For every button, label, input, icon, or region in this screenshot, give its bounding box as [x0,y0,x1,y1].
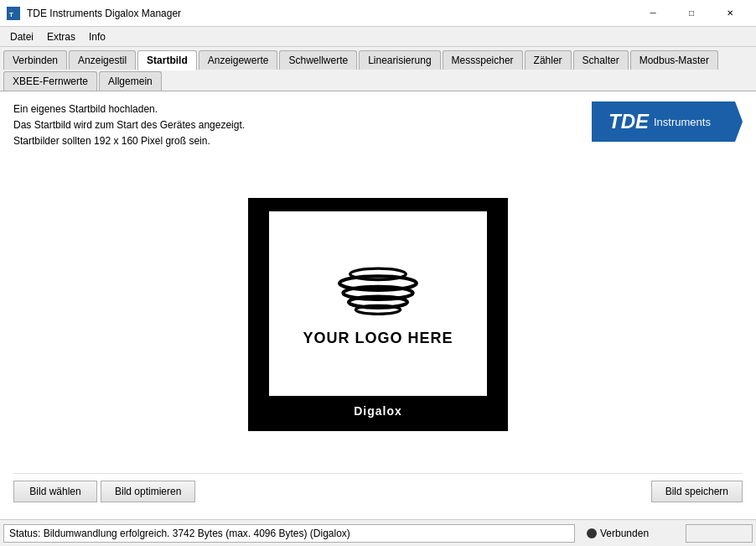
save-image-button[interactable]: Bild speichern [651,481,743,502]
status-text: Status: Bildumwandlung erfolgreich. 3742… [3,524,575,543]
app-icon: T [7,7,20,20]
tabbar: Verbinden Anzeigestil Startbild Anzeigew… [0,47,756,91]
button-row: Bild wählen Bild optimieren Bild speiche… [13,473,743,509]
svg-point-6 [350,268,406,279]
image-area: YOUR LOGO HERE Digalox [13,157,743,473]
statusbar: Status: Bildumwandlung erfolgreich. 3742… [0,519,756,546]
menubar: Datei Extras Info [0,27,756,47]
status-connected-area: Verbunden [580,528,681,539]
svg-text:T: T [9,11,13,18]
connected-label: Verbunden [600,528,649,539]
radio-inner [590,531,594,535]
connection-radio-indicator [587,528,597,538]
tde-logo-tde: TDE [608,110,649,133]
image-preview-outer: YOUR LOGO HERE Digalox [248,198,508,431]
maximize-button[interactable]: □ [672,0,711,27]
description-line3: Startbilder sollten 192 x 160 Pixel groß… [13,133,245,149]
left-button-group: Bild wählen Bild optimieren [13,481,195,502]
tab-allgemein[interactable]: Allgemein [99,71,162,91]
titlebar-controls: ─ □ ✕ [634,0,749,27]
content-description: Ein eigenes Startbild hochladen. Das Sta… [13,101,245,150]
tab-startbild[interactable]: Startbild [137,50,197,70]
menu-datei[interactable]: Datei [3,27,40,46]
image-preview-inner: YOUR LOGO HERE [269,211,487,396]
tab-messspeicher[interactable]: Messspeicher [443,50,523,70]
app-title: TDE Instruments Digalox Manager [27,8,181,19]
tab-zaehler[interactable]: Zähler [525,50,572,70]
tab-modbus-master[interactable]: Modbus-Master [630,50,718,70]
content-header: Ein eigenes Startbild hochladen. Das Sta… [13,101,743,150]
tde-logo: TDE Instruments [592,101,743,142]
tab-anzeigestil[interactable]: Anzeigestil [69,50,136,70]
close-button[interactable]: ✕ [711,0,749,27]
tab-schwellwerte[interactable]: Schwellwerte [279,50,357,70]
tab-anzeigewerte[interactable]: Anzeigewerte [199,50,278,70]
titlebar: T TDE Instruments Digalox Manager ─ □ ✕ [0,0,756,27]
tab-schalter[interactable]: Schalter [573,50,629,70]
tab-xbee-fernwerte[interactable]: XBEE-Fernwerte [3,71,97,91]
tab-verbinden[interactable]: Verbinden [3,50,67,70]
optimize-image-button[interactable]: Bild optimieren [101,481,195,502]
logo-svg-graphic [336,261,420,320]
tab-linearisierung[interactable]: Linearisierung [359,50,440,70]
minimize-button[interactable]: ─ [634,0,672,27]
preview-device-label: Digalox [354,404,402,418]
description-line2: Das Startbild wird zum Start des Gerätes… [13,117,245,133]
titlebar-left: T TDE Instruments Digalox Manager [7,7,181,20]
description-line1: Ein eigenes Startbild hochladen. [13,101,245,117]
select-image-button[interactable]: Bild wählen [13,481,97,502]
svg-point-5 [355,305,400,314]
tde-logo-instruments: Instruments [654,116,711,128]
main-content: Ein eigenes Startbild hochladen. Das Sta… [0,91,756,519]
menu-info[interactable]: Info [82,27,112,46]
menu-extras[interactable]: Extras [40,27,82,46]
preview-logo-text: YOUR LOGO HERE [303,330,453,347]
status-right-box [686,524,753,543]
